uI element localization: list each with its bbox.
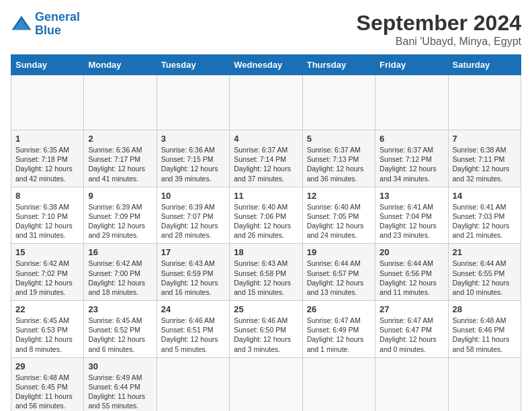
logo-icon xyxy=(11,15,32,34)
cell-line: Sunset: 7:12 PM xyxy=(380,154,443,164)
calendar-cell: 19Sunrise: 6:44 AMSunset: 6:57 PMDayligh… xyxy=(302,244,375,301)
day-number: 24 xyxy=(161,304,225,314)
cell-line: and 5 minutes. xyxy=(161,345,225,354)
cell-line: Sunrise: 6:43 AM xyxy=(234,259,298,268)
cell-line: Daylight: 11 hours xyxy=(453,334,517,344)
day-number: 30 xyxy=(88,361,152,371)
day-header-friday: Friday xyxy=(375,55,448,75)
day-header-saturday: Saturday xyxy=(448,55,521,75)
cell-line: Sunrise: 6:42 AM xyxy=(15,259,79,268)
cell-line: and 26 minutes. xyxy=(234,230,298,240)
cell-line: Sunrise: 6:45 AM xyxy=(15,316,79,325)
cell-line: and 0 minutes. xyxy=(380,345,443,354)
calendar-cell: 20Sunrise: 6:44 AMSunset: 6:56 PMDayligh… xyxy=(375,244,448,301)
location-title: Bani 'Ubayd, Minya, Egypt xyxy=(357,36,521,48)
cell-line: and 39 minutes. xyxy=(161,174,225,183)
calendar-cell: 16Sunrise: 6:42 AMSunset: 7:00 PMDayligh… xyxy=(84,244,157,301)
cell-line: Sunrise: 6:37 AM xyxy=(307,145,371,154)
cell-line: Sunrise: 6:44 AM xyxy=(380,259,443,268)
cell-line: Sunrise: 6:46 AM xyxy=(161,316,225,325)
calendar-cell: 7Sunrise: 6:38 AMSunset: 7:11 PMDaylight… xyxy=(448,130,521,187)
cell-line: Sunset: 6:56 PM xyxy=(380,269,443,278)
cell-line: Sunset: 7:07 PM xyxy=(161,212,225,221)
cell-line: Daylight: 12 hours xyxy=(307,334,371,344)
cell-line: Sunrise: 6:44 AM xyxy=(453,259,517,268)
day-number: 29 xyxy=(15,361,79,371)
calendar-table: SundayMondayTuesdayWednesdayThursdayFrid… xyxy=(11,54,521,411)
calendar-week-row: 29Sunrise: 6:48 AMSunset: 6:45 PMDayligh… xyxy=(11,357,521,411)
cell-line: and 6 minutes. xyxy=(88,345,152,354)
cell-line: Sunrise: 6:39 AM xyxy=(161,202,225,212)
calendar-cell xyxy=(11,75,84,130)
cell-line: Daylight: 11 hours xyxy=(15,392,79,401)
day-header-tuesday: Tuesday xyxy=(157,55,229,75)
cell-line: and 37 minutes. xyxy=(234,174,298,183)
calendar-cell: 11Sunrise: 6:40 AMSunset: 7:06 PMDayligh… xyxy=(230,187,302,244)
cell-line: Sunset: 7:10 PM xyxy=(15,212,79,221)
calendar-cell: 4Sunrise: 6:37 AMSunset: 7:14 PMDaylight… xyxy=(230,130,302,187)
cell-line: and 28 minutes. xyxy=(161,230,225,240)
cell-line: Daylight: 12 hours xyxy=(380,164,443,173)
cell-line: Sunset: 6:49 PM xyxy=(307,325,371,334)
day-number: 28 xyxy=(453,304,517,314)
cell-line: Sunset: 6:58 PM xyxy=(234,269,298,278)
title-block: September 2024 Bani 'Ubayd, Minya, Egypt xyxy=(357,11,521,48)
cell-line: Daylight: 12 hours xyxy=(234,334,298,344)
day-number: 9 xyxy=(88,191,152,201)
cell-line: Sunrise: 6:37 AM xyxy=(234,145,298,154)
day-number: 18 xyxy=(234,247,298,257)
calendar-cell xyxy=(157,357,229,411)
cell-line: and 42 minutes. xyxy=(15,174,79,183)
cell-line: Sunrise: 6:44 AM xyxy=(307,259,371,268)
cell-line: Sunset: 6:46 PM xyxy=(453,325,517,334)
cell-line: Sunset: 6:57 PM xyxy=(307,269,371,278)
calendar-week-row: 8Sunrise: 6:38 AMSunset: 7:10 PMDaylight… xyxy=(11,187,521,244)
day-header-thursday: Thursday xyxy=(302,55,375,75)
day-number: 19 xyxy=(307,247,371,257)
calendar-cell xyxy=(302,75,375,130)
calendar-week-row xyxy=(11,75,521,130)
cell-line: and 58 minutes. xyxy=(453,345,517,354)
calendar-cell xyxy=(84,75,157,130)
day-number: 7 xyxy=(453,134,517,144)
calendar-cell: 2Sunrise: 6:36 AMSunset: 7:17 PMDaylight… xyxy=(84,130,157,187)
day-number: 15 xyxy=(15,247,79,257)
day-number: 17 xyxy=(161,247,225,257)
calendar-cell: 5Sunrise: 6:37 AMSunset: 7:13 PMDaylight… xyxy=(302,130,375,187)
cell-line: and 29 minutes. xyxy=(88,230,152,240)
day-number: 11 xyxy=(234,191,298,201)
logo-blue: Blue xyxy=(35,24,61,37)
cell-line: and 24 minutes. xyxy=(307,230,371,240)
cell-line: and 41 minutes. xyxy=(88,174,152,183)
cell-line: and 19 minutes. xyxy=(15,287,79,297)
day-header-monday: Monday xyxy=(84,55,157,75)
calendar-cell: 27Sunrise: 6:47 AMSunset: 6:47 PMDayligh… xyxy=(375,301,448,358)
cell-line: Daylight: 11 hours xyxy=(88,392,152,401)
cell-line: Sunrise: 6:35 AM xyxy=(15,145,79,154)
cell-line: Daylight: 12 hours xyxy=(307,278,371,287)
day-number: 16 xyxy=(88,247,152,257)
cell-line: and 23 minutes. xyxy=(380,230,443,240)
cell-line: and 8 minutes. xyxy=(15,345,79,354)
cell-line: Sunset: 7:15 PM xyxy=(161,154,225,164)
cell-line: and 32 minutes. xyxy=(453,174,517,183)
calendar-cell: 15Sunrise: 6:42 AMSunset: 7:02 PMDayligh… xyxy=(11,244,84,301)
day-number: 5 xyxy=(307,134,371,144)
cell-line: Daylight: 12 hours xyxy=(453,221,517,230)
cell-line: Sunset: 7:06 PM xyxy=(234,212,298,221)
cell-line: Daylight: 12 hours xyxy=(234,164,298,173)
cell-line: Sunset: 6:53 PM xyxy=(15,325,79,334)
cell-line: Sunrise: 6:47 AM xyxy=(380,316,443,325)
cell-line: Daylight: 12 hours xyxy=(307,164,371,173)
cell-line: and 10 minutes. xyxy=(453,287,517,297)
cell-line: Daylight: 12 hours xyxy=(161,334,225,344)
cell-line: Sunset: 6:52 PM xyxy=(88,325,152,334)
cell-line: and 34 minutes. xyxy=(380,174,443,183)
cell-line: Sunset: 7:09 PM xyxy=(88,212,152,221)
calendar-cell xyxy=(375,75,448,130)
cell-line: Daylight: 12 hours xyxy=(15,221,79,230)
cell-line: and 1 minute. xyxy=(307,345,371,354)
cell-line: Daylight: 12 hours xyxy=(234,221,298,230)
calendar-cell: 13Sunrise: 6:41 AMSunset: 7:04 PMDayligh… xyxy=(375,187,448,244)
logo-general: General xyxy=(35,10,80,24)
